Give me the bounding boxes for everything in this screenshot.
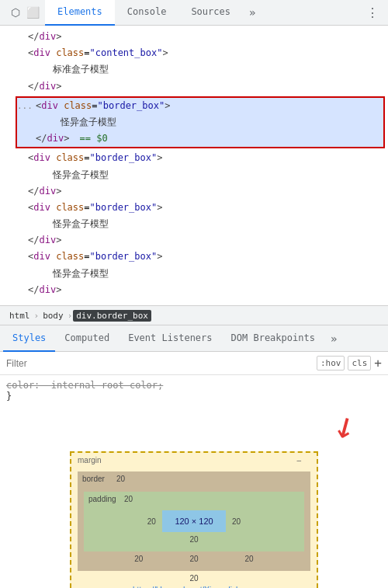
box-model-container: margin – border 20 padding 20 20 120 × 1…	[0, 444, 388, 588]
box-model-diagram: margin – border 20 padding 20 20 120 × 1…	[70, 451, 318, 588]
tab-console[interactable]: Console	[115, 0, 179, 26]
border-bottom-val: 20	[189, 555, 198, 563]
filter-input[interactable]	[6, 358, 317, 369]
code-line[interactable]: <div class="content_box">	[0, 45, 388, 61]
filter-row: :hov cls +	[0, 352, 388, 375]
line-content: <div class="border_box">	[28, 249, 162, 264]
selected-element-group: ... <div class="border_box"> 怪异盒子模型 </di…	[16, 96, 385, 149]
line-text: 怪异盒子模型	[53, 266, 109, 281]
cursor-icon[interactable]: ⬡	[9, 6, 22, 19]
code-line: </div>	[0, 232, 388, 249]
padding-value: 20	[124, 495, 133, 503]
padding-label: padding	[88, 495, 116, 503]
tab-styles[interactable]: Styles	[3, 325, 55, 352]
filter-hov-button[interactable]: :hov	[317, 356, 345, 371]
padding-box: padding 20 20 120 × 120 20 20	[84, 492, 304, 551]
code-line: </div> == $0	[17, 130, 383, 147]
code-line: </div>	[0, 282, 388, 298]
tab-event-listeners[interactable]: Event Listeners	[119, 325, 221, 352]
border-box: border 20 padding 20 20 120 × 120 20 20	[78, 471, 310, 571]
code-line[interactable]: <div class="border_box">	[0, 150, 388, 166]
top-tab-bar: ⬡ ⬜ Elements Console Sources » ⋮	[0, 0, 388, 26]
code-line: </div>	[0, 183, 388, 200]
breadcrumb-body[interactable]: body	[40, 310, 67, 322]
styles-panel: :hov cls + color: -internal-root-color; …	[0, 352, 388, 588]
line-content: <div class="border_box">	[28, 151, 162, 165]
line-content: <div class="content_box">	[28, 46, 168, 61]
line-content: </div>	[28, 184, 61, 199]
tab-menu-icon[interactable]: ⋮	[360, 5, 385, 20]
line-text: 怪异盒子模型	[53, 168, 109, 183]
tab-computed[interactable]: Computed	[55, 325, 119, 352]
tab-dom-breakpoints[interactable]: DOM Breakpoints	[222, 325, 324, 352]
watermark-text: https://blog.csdn.net/Xiang_lishao...	[78, 584, 310, 588]
padding-bottom-row: 20	[90, 535, 298, 544]
content-row: 20 120 × 120 20	[90, 510, 298, 532]
border-side-right: 20	[245, 555, 254, 563]
code-line: </div>	[0, 78, 388, 95]
border-label: border	[82, 475, 105, 483]
line-content: </div>	[28, 283, 61, 297]
code-line[interactable]: <div class="border_box">	[0, 200, 388, 216]
code-line[interactable]: ... <div class="border_box">	[17, 98, 383, 114]
margin-dash: –	[296, 456, 301, 464]
breadcrumb: html › body › div.border_box	[0, 305, 388, 325]
css-declarations: color: -internal-root-color; }	[0, 375, 388, 406]
tab-sources[interactable]: Sources	[178, 0, 243, 26]
line-text: 怪异盒子模型	[53, 217, 109, 231]
css-strikethrough-line: color: -internal-root-color;	[6, 380, 163, 391]
margin-bottom-val: 20	[189, 574, 198, 583]
elements-panel: </div> <div class="content_box"> 标准盒子模型 …	[0, 26, 388, 305]
border-bottom-row: 20 20 20	[84, 555, 304, 563]
device-icon[interactable]: ⬜	[26, 6, 39, 19]
tab-more-icon[interactable]: »	[244, 6, 260, 19]
border-side-left: 20	[134, 555, 143, 563]
red-arrow-icon: ↓	[330, 404, 361, 446]
margin-bottom-row: 20	[78, 574, 310, 583]
breadcrumb-selected[interactable]: div.border_box	[73, 310, 151, 322]
line-text: 怪异盒子模型	[61, 115, 116, 130]
filter-cls-button[interactable]: cls	[348, 356, 371, 371]
code-line: 标准盒子模型	[0, 61, 388, 78]
line-content: <div class="border_box">	[36, 99, 170, 113]
breadcrumb-html[interactable]: html	[6, 310, 33, 322]
code-line: </div>	[0, 29, 388, 45]
tab-elements[interactable]: Elements	[45, 0, 115, 26]
code-line: 怪异盒子模型	[17, 114, 383, 130]
content-size: 120 × 120	[162, 510, 225, 532]
panel-tab-bar: Styles Computed Event Listeners DOM Brea…	[0, 325, 388, 352]
line-content: </div> == $0	[36, 131, 108, 146]
panel-tab-more-icon[interactable]: »	[326, 332, 341, 345]
arrow-area: ↓	[0, 406, 388, 444]
padding-bottom-val: 20	[189, 535, 198, 544]
code-line[interactable]: <div class="border_box">	[0, 249, 388, 265]
line-content: <div class="border_box">	[28, 200, 162, 215]
code-line: 怪异盒子模型	[0, 167, 388, 183]
tab-bar-icons: ⬡ ⬜	[3, 6, 45, 19]
margin-label: margin	[78, 456, 102, 464]
css-brace-close: }	[6, 391, 12, 402]
line-dots: ...	[17, 99, 33, 113]
line-content: </div>	[28, 79, 61, 94]
line-content: </div>	[28, 30, 61, 44]
filter-plus-button[interactable]: +	[374, 357, 382, 370]
side-left-padding: 20	[144, 517, 159, 526]
line-text: 标准盒子模型	[53, 62, 109, 77]
line-content: </div>	[28, 233, 61, 248]
code-line: 怪异盒子模型	[0, 216, 388, 232]
code-line: 怪异盒子模型	[0, 266, 388, 282]
side-right-padding: 20	[229, 517, 244, 526]
border-value: 20	[116, 475, 125, 483]
